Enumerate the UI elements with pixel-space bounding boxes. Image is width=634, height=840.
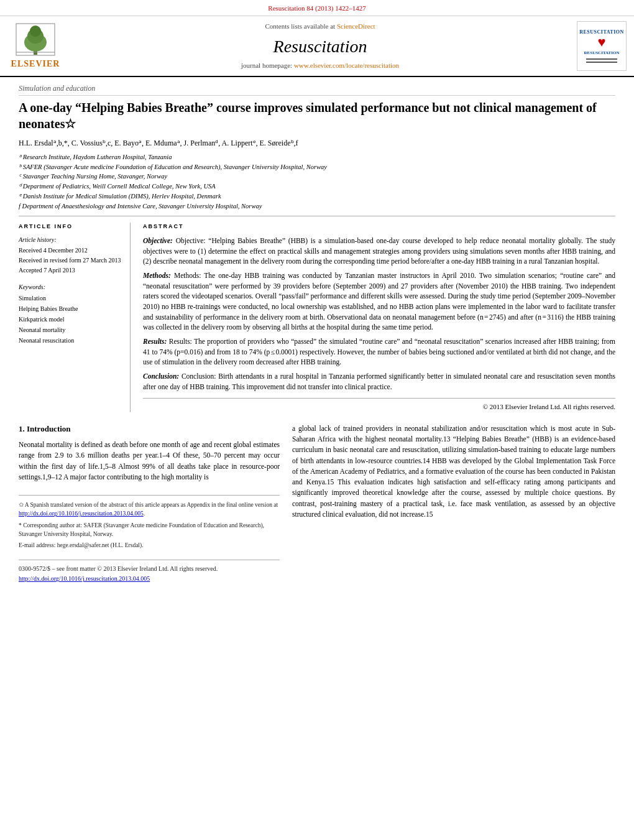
affil-a: ᵃ Research Institute, Haydom Lutheran Ho… — [19, 152, 615, 162]
keyword-2: Helping Babies Breathe — [19, 303, 121, 314]
received-date: Received 4 December 2012 — [19, 246, 121, 256]
heart-icon: ♥ — [579, 35, 624, 49]
resuscitation-logo: RESUSCITATION ♥ RESUSCITATION — [577, 21, 627, 71]
footnote-area: ✩ A Spanish translated version of the ab… — [19, 495, 280, 550]
elsevier-wordmark: ELSEVIER — [11, 58, 60, 70]
intro-left-col: 1. Introduction Neonatal mortality is de… — [19, 423, 280, 584]
journal-header: ELSEVIER Contents lists available at Sci… — [0, 16, 634, 77]
abstract-objective: Objective: Objective: “Helping Babies Br… — [143, 236, 615, 267]
accepted-date: Accepted 7 April 2013 — [19, 265, 121, 275]
journal-citation: Resuscitation 84 (2013) 1422–1427 — [0, 0, 634, 16]
introduction-section: 1. Introduction Neonatal mortality is de… — [19, 423, 615, 584]
section-label: Simulation and education — [19, 83, 615, 96]
article-history-label: Article history: — [19, 236, 121, 244]
footnote-doi-link[interactable]: http://dx.doi.org/10.1016/j.resuscitatio… — [19, 510, 144, 517]
affil-e: ᵉ Danish Institute for Medical Simulatio… — [19, 192, 615, 201]
intro-right-text: a global lack of trained providers in ne… — [292, 423, 615, 520]
article-info-panel: ARTICLE INFO Article history: Received 4… — [19, 223, 131, 412]
article-info-heading: ARTICLE INFO — [19, 223, 121, 231]
footnote-corresponding: * Corresponding author at: SAFER (Stavan… — [19, 521, 280, 539]
keyword-4: Neonatal mortality — [19, 325, 121, 335]
affiliations: ᵃ Research Institute, Haydom Lutheran Ho… — [19, 152, 615, 217]
authors-line: H.L. Ersdalᵃ,b,*, C. Vossiusᵇ,c, E. Bayo… — [19, 138, 615, 149]
abstract-panel: ABSTRACT Objective: Objective: “Helping … — [143, 223, 615, 412]
affil-d: ᵈ Department of Pediatrics, Weill Cornel… — [19, 182, 615, 192]
issn-text: 0300-9572/$ – see front matter © 2013 El… — [19, 564, 280, 574]
elsevier-logo: ELSEVIER — [7, 22, 63, 70]
citation-text: Resuscitation 84 (2013) 1422–1427 — [268, 4, 365, 12]
revised-date: Received in revised form 27 March 2013 — [19, 256, 121, 265]
bottom-info: 0300-9572/$ – see front matter © 2013 El… — [19, 560, 280, 584]
article-dates: Received 4 December 2012 Received in rev… — [19, 246, 121, 275]
footnote-email: E-mail address: hege.ersdal@safer.net (H… — [19, 541, 280, 550]
abstract-results: Results: Results: The proportion of prov… — [143, 336, 615, 367]
introduction-heading: 1. Introduction — [19, 423, 280, 435]
journal-header-center: Contents lists available at ScienceDirec… — [63, 22, 577, 70]
abstract-heading: ABSTRACT — [143, 223, 615, 231]
doi-link[interactable]: http://dx.doi.org/10.1016/j.resuscitatio… — [19, 574, 280, 584]
abstract-methods: Methods: Methods: The one-day HBB traini… — [143, 270, 615, 333]
sciencedirect-link[interactable]: ScienceDirect — [337, 22, 375, 30]
article-title: A one-day “Helping Babies Breathe” cours… — [19, 99, 615, 132]
main-content: Simulation and education A one-day “Help… — [0, 77, 634, 590]
keyword-3: Kirkpatrick model — [19, 314, 121, 325]
svg-point-3 — [30, 25, 41, 37]
affil-b: ᵇ SAFER (Stavanger Acute medicine Founda… — [19, 162, 615, 172]
footnote-star: ✩ A Spanish translated version of the ab… — [19, 501, 280, 519]
abstract-text: Objective: Objective: “Helping Babies Br… — [143, 236, 615, 392]
keyword-5: Neonatal resuscitation — [19, 335, 121, 346]
elsevier-tree-icon — [14, 22, 57, 57]
keyword-1: Simulation — [19, 293, 121, 303]
keywords-label: Keywords: — [19, 283, 121, 292]
journal-title: Resuscitation — [76, 34, 564, 58]
article-info-abstract: ARTICLE INFO Article history: Received 4… — [19, 223, 615, 412]
contents-line: Contents lists available at ScienceDirec… — [76, 22, 564, 31]
copyright: © 2013 Elsevier Ireland Ltd. All rights … — [143, 398, 615, 412]
affil-f: f Department of Anaesthesiology and Inte… — [19, 201, 615, 211]
homepage-line: journal homepage: www.elsevier.com/locat… — [76, 61, 564, 70]
affil-c: ᶜ Stavanger Teaching Nursing Home, Stava… — [19, 172, 615, 182]
homepage-link[interactable]: www.elsevier.com/locate/resuscitation — [294, 62, 399, 69]
abstract-conclusion: Conclusion: Conclusion: Birth attendants… — [143, 371, 615, 392]
intro-left-text: Neonatal mortality is defined as death b… — [19, 440, 280, 482]
intro-right-col: a global lack of trained providers in ne… — [292, 423, 615, 584]
keywords-list: Simulation Helping Babies Breathe Kirkpa… — [19, 293, 121, 346]
